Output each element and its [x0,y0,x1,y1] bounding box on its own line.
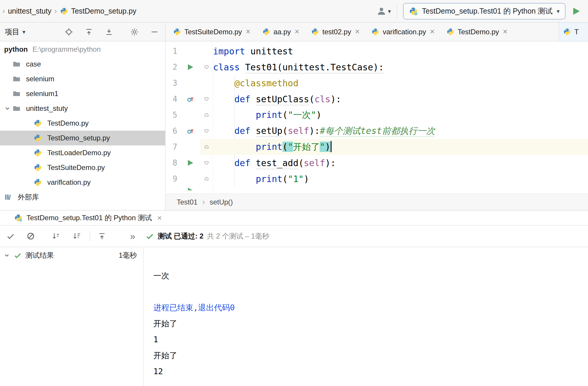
console-line: 开始了 [153,348,588,364]
code-line-3[interactable]: 3 @classmethod [165,75,588,91]
python-file-icon [34,178,42,186]
editor-tab-test02.py[interactable]: test02.py× [305,22,366,41]
python-file-icon [34,149,42,157]
fold-end-icon[interactable] [204,112,209,118]
code-line-9[interactable]: 9 print("1") [165,171,588,187]
close-icon[interactable]: × [295,27,299,36]
editor-breadcrumb-method[interactable]: setUp() [209,198,233,206]
code-line-partial[interactable] [165,187,588,190]
editor-tab-variflcation.py[interactable]: variflcation.py× [366,22,441,41]
expand-all-icon[interactable] [105,27,113,36]
tree-item-case[interactable]: case [0,57,165,72]
folder-icon [12,60,21,68]
sort-alpha-icon[interactable] [52,232,61,241]
close-icon[interactable]: × [246,27,251,36]
close-icon[interactable]: × [430,27,435,36]
fold-end-icon[interactable] [204,144,209,150]
run-icon[interactable] [186,159,194,167]
tree-item-variflcation.py[interactable]: variflcation.py [0,175,165,190]
code-text: def setUp(self):#每个测试test前都执行一次 [213,125,435,137]
python-file-icon [371,28,379,36]
override-icon[interactable] [186,127,194,135]
editor-tab-TestSuiteDemo.py[interactable]: TestSuiteDemo.py× [167,22,256,41]
settings-gear-icon[interactable] [130,27,139,36]
hide-panel-icon[interactable] [150,27,159,36]
chevrons-right-icon[interactable]: » [130,231,135,242]
breadcrumb-file[interactable]: TestDemo_setup.py [71,7,137,15]
sort-duration-icon[interactable] [72,232,81,241]
code-line-1[interactable]: 1import unittest [165,43,588,59]
tree-item-unittest_stuty[interactable]: unittest_stuty [0,101,165,116]
run-icon[interactable] [186,187,194,190]
code-line-2[interactable]: 2class Test01(unittest.TestCase): [165,59,588,75]
test-results-row[interactable]: 测试结果 1毫秒 [0,247,143,264]
project-panel-title[interactable]: 项目 [5,27,20,37]
console-line: 1 [153,332,588,348]
tree-item-label: TestDemo.py [47,119,89,127]
gutter-cell [181,187,200,190]
run-icon[interactable] [186,63,194,71]
editor-breadcrumb-class[interactable]: Test01 [177,198,198,206]
breadcrumb-project[interactable]: unittest_stuty [8,7,51,15]
fold-start-icon[interactable] [204,96,209,102]
tree-item-selenium1[interactable]: selenium1 [0,86,165,101]
tree-item-TestDemo.py[interactable]: TestDemo.py [0,116,165,131]
test-status-summary: 共 2 个测试 – 1毫秒 [207,231,269,241]
close-icon[interactable]: × [503,27,508,36]
code-line-5[interactable]: 5 print("一次") [165,107,588,123]
user-menu[interactable]: ▾ [377,7,391,16]
collapse-all-icon[interactable] [85,27,93,36]
toolbar-divider [397,4,397,18]
locate-icon[interactable] [64,27,73,36]
tree-item-selenium[interactable]: selenium [0,72,165,86]
chevron-down-icon: ▾ [388,8,391,15]
project-tree[interactable]: pythonE:\programme\pythoncaseseleniumsel… [0,41,165,210]
no-circle-icon[interactable] [26,232,35,241]
python-file-icon [262,28,270,36]
run-button[interactable] [571,7,581,16]
fold-start-icon[interactable] [204,64,209,70]
editor-tab-TestDemo.py[interactable]: TestDemo.py× [441,22,514,41]
close-icon[interactable]: × [355,27,360,36]
project-panel-toolbar [64,22,159,41]
python-file-icon [34,119,42,127]
editor-tab-aa.py[interactable]: aa.py× [256,22,306,41]
toolbar-divider [90,231,90,241]
override-icon[interactable] [186,95,194,103]
close-icon[interactable]: × [157,213,162,223]
code-line-7[interactable]: 7 print("开始了") [165,139,588,155]
gutter-cell [181,63,200,71]
run-tab-label[interactable]: TestDemo_setup.Test01 的 Python 测试 [27,213,152,223]
code-editor[interactable]: 1import unittest2class Test01(unittest.T… [165,41,588,193]
test-toolbar: » 测试 已通过: 2共 2 个测试 – 1毫秒 [0,226,588,247]
main-toolbar: › unittest_stuty › TestDemo_setup.py ▾ T… [0,0,588,22]
check-icon[interactable] [6,232,15,241]
code-line-8[interactable]: 8 def test_add(self): [165,155,588,171]
fold-cell [200,128,213,134]
collapse-all-icon[interactable] [98,232,106,241]
fold-end-icon[interactable] [204,176,209,182]
tree-item-TestLoaderDemo.py[interactable]: TestLoaderDemo.py [0,145,165,160]
tree-item-python[interactable]: pythonE:\programme\python [0,42,165,57]
python-test-icon [14,214,22,222]
test-console-output[interactable]: 一次 进程已结束,退出代码0开始了1开始了12 [144,247,588,386]
editor-tab-T[interactable]: T [559,22,588,41]
project-root-path: E:\programme\python [33,45,101,53]
tree-item-外部库[interactable]: 外部库 [0,190,165,205]
chevron-down-icon[interactable] [4,252,10,259]
fold-start-icon[interactable] [204,160,209,166]
chevron-down-icon: ▾ [557,8,560,15]
tree-item-label: case [26,60,41,68]
tree-item-label: selenium [26,75,54,83]
tree-item-label: TestDemo_setup.py [47,134,110,142]
folder-icon [12,90,21,98]
tree-item-TestSuiteDemo.py[interactable]: TestSuiteDemo.py [0,160,165,175]
run-configuration-selector[interactable]: TestDemo_setup.Test01 的 Python 测试 ▾ [403,3,566,20]
code-line-6[interactable]: 6 def setUp(self):#每个测试test前都执行一次 [165,123,588,139]
tree-item-TestDemo_setup.py[interactable]: TestDemo_setup.py [0,131,165,145]
fold-start-icon[interactable] [204,128,209,134]
code-line-4[interactable]: 4 def setUpClass(cls): [165,91,588,107]
chevron-down-icon [2,105,12,112]
chevron-right-separator: › [54,7,57,16]
tab-label: TestDemo.py [458,28,499,36]
